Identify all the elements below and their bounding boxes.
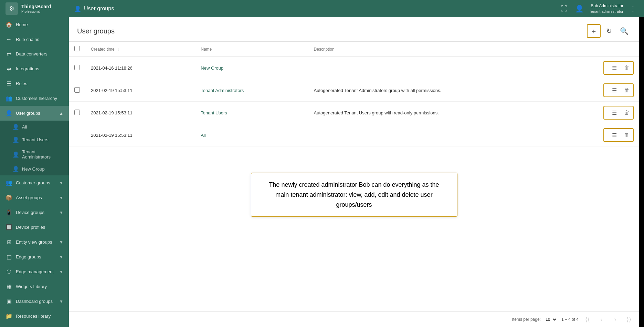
- sidebar-sub-item-tenant-administrators[interactable]: 👤 Tenant Administrators: [0, 146, 69, 163]
- sidebar-item-label: Asset groups: [16, 195, 56, 200]
- sidebar-sub-item-all[interactable]: 👤 All: [0, 121, 69, 133]
- description-header[interactable]: Description: [308, 42, 598, 57]
- sidebar-item-rule-chains[interactable]: ↔ Rule chains: [0, 32, 69, 47]
- widgets-library-icon: ▦: [6, 283, 12, 290]
- table-row: 2021-02-19 15:53:11 Tenant Administrator…: [69, 79, 639, 102]
- manage-users-button[interactable]: ☰: [609, 130, 620, 141]
- all-icon: 👤: [12, 124, 19, 130]
- sidebar-item-home[interactable]: 🏠 Home: [0, 17, 69, 32]
- manage-users-button[interactable]: ☰: [609, 62, 620, 73]
- description-label: Description: [314, 47, 335, 52]
- tenant-admins-icon: 👤: [12, 151, 19, 158]
- row-created-time: 2021-02-19 15:53:11: [85, 124, 195, 146]
- manage-users-button[interactable]: ☰: [609, 85, 620, 96]
- items-per-page-select[interactable]: 10 25 50: [543, 316, 557, 323]
- created-time-header[interactable]: Created time ↓: [85, 42, 195, 57]
- row-name-link[interactable]: Tenant Administrators: [201, 88, 244, 93]
- first-page-button[interactable]: ⟨⟨: [583, 315, 592, 324]
- user-avatar-button[interactable]: 👤: [574, 3, 585, 14]
- prev-page-button[interactable]: ‹: [597, 315, 606, 324]
- sidebar-item-label: Home: [16, 22, 63, 27]
- sidebar-item-resources-library[interactable]: 📁 Resources library: [0, 309, 69, 324]
- rule-chains-icon: ↔: [6, 36, 12, 42]
- sidebar-item-edge-groups[interactable]: ◫ Edge groups ▼: [0, 249, 69, 264]
- sidebar-item-label: Roles: [16, 81, 63, 86]
- sidebar-item-user-groups[interactable]: 👤 User groups ▲: [0, 106, 69, 121]
- sidebar-sub-item-tenant-users[interactable]: 👤 Tenant Users: [0, 133, 69, 146]
- sidebar-sub-item-label: All: [22, 124, 27, 130]
- sidebar-item-edge-management[interactable]: ⬡ Edge management ▼: [0, 264, 69, 279]
- select-all-header: [69, 42, 85, 57]
- row-actions: ☰ 🗑: [603, 128, 634, 142]
- chevron-down-icon: ▼: [59, 240, 63, 245]
- table-row: 2021-02-19 15:53:11 All ☰ 🗑: [69, 124, 639, 146]
- sort-icon: ↓: [117, 47, 119, 52]
- add-user-group-button[interactable]: ＋: [587, 24, 601, 38]
- manage-users-button[interactable]: ☰: [609, 107, 620, 118]
- sidebar-item-device-groups[interactable]: 📱 Device groups ▼: [0, 205, 69, 220]
- delete-group-button[interactable]: 🗑: [621, 62, 632, 73]
- sidebar-item-label: Dashboard groups: [16, 299, 56, 304]
- row-checkbox-2[interactable]: [74, 110, 80, 115]
- entity-view-icon: ⊞: [6, 239, 12, 245]
- row-description: [308, 124, 598, 146]
- row-actions: ☰ 🗑: [603, 61, 634, 75]
- row-name-link[interactable]: New Group: [201, 65, 223, 71]
- delete-group-button[interactable]: 🗑: [621, 130, 632, 141]
- name-header[interactable]: Name: [195, 42, 308, 57]
- sidebar-item-scheduler[interactable]: 📅 Scheduler: [0, 324, 69, 327]
- sidebar-item-asset-groups[interactable]: 📦 Asset groups ▼: [0, 190, 69, 205]
- items-per-page-label: Items per page:: [512, 317, 541, 322]
- new-group-icon: 👤: [12, 166, 19, 172]
- delete-group-button[interactable]: 🗑: [621, 85, 632, 96]
- row-created-time: 2021-04-16 11:18:26: [85, 57, 195, 79]
- sidebar-item-label: Resources library: [16, 314, 63, 319]
- row-name-link[interactable]: All: [201, 133, 205, 138]
- customer-groups-icon: 👥: [6, 180, 12, 186]
- sidebar-item-data-converters[interactable]: ⇄ Data converters: [0, 47, 69, 61]
- sidebar-item-widgets-library[interactable]: ▦ Widgets Library: [0, 279, 69, 294]
- row-description: Autogenerated Tenant Users group with re…: [308, 102, 598, 124]
- sidebar-item-customer-groups[interactable]: 👥 Customer groups ▼: [0, 175, 69, 190]
- sidebar-item-device-profiles[interactable]: 🔲 Device profiles: [0, 220, 69, 235]
- user-name: Bob Administrator: [589, 3, 623, 9]
- row-description: [308, 57, 598, 79]
- search-button[interactable]: 🔍: [617, 24, 631, 38]
- select-all-checkbox[interactable]: [74, 46, 80, 51]
- header-page-title-text: User groups: [84, 6, 114, 12]
- table-header-row: Created time ↓ Name Description: [69, 42, 639, 57]
- last-page-button[interactable]: ⟩⟩: [624, 315, 634, 324]
- sidebar-item-entity-view-groups[interactable]: ⊞ Entity view groups ▼: [0, 235, 69, 249]
- row-checkbox-1[interactable]: [74, 87, 80, 93]
- sidebar-item-roles[interactable]: ☰ Roles: [0, 76, 69, 91]
- sidebar-item-label: Edge management: [16, 269, 56, 274]
- created-time-label: Created time: [91, 47, 115, 52]
- sidebar-item-label: Device profiles: [16, 225, 63, 230]
- sidebar-item-label: User groups: [16, 111, 56, 116]
- sidebar-item-label: Rule chains: [16, 37, 63, 42]
- main-layout: 🏠 Home ↔ Rule chains ⇄ Data converters ⇌…: [0, 17, 644, 327]
- row-actions-cell: ☰ 🗑: [598, 57, 639, 79]
- refresh-button[interactable]: ↻: [602, 24, 616, 38]
- row-name-link[interactable]: Tenant Users: [201, 110, 227, 115]
- chevron-down-icon: ▼: [59, 269, 63, 274]
- sidebar-sub-item-new-group[interactable]: 👤 New Group: [0, 163, 69, 175]
- delete-group-button[interactable]: 🗑: [621, 107, 632, 118]
- next-page-button[interactable]: ›: [610, 315, 620, 324]
- chevron-down-icon: ▼: [59, 181, 63, 185]
- header-page-icon: 👤: [74, 6, 81, 12]
- sidebar: 🏠 Home ↔ Rule chains ⇄ Data converters ⇌…: [0, 17, 69, 327]
- tenant-users-icon: 👤: [12, 136, 19, 143]
- row-name: New Group: [195, 57, 308, 79]
- row-name: Tenant Administrators: [195, 79, 308, 102]
- sidebar-item-dashboard-groups[interactable]: ▣ Dashboard groups ▼: [0, 294, 69, 309]
- integrations-icon: ⇌: [6, 65, 12, 72]
- row-checkbox-0[interactable]: [74, 65, 80, 70]
- more-menu-button[interactable]: ⋮: [627, 3, 638, 14]
- panel-header: User groups ＋ ↻ 🔍: [69, 17, 639, 42]
- sidebar-item-integrations[interactable]: ⇌ Integrations: [0, 61, 69, 76]
- panel-actions: ＋ ↻ 🔍: [587, 24, 631, 38]
- logo-text: ThingsBoard Professional: [21, 4, 51, 13]
- sidebar-item-customers-hierarchy[interactable]: 👥 Customers hierarchy: [0, 91, 69, 106]
- fullscreen-button[interactable]: ⛶: [559, 3, 570, 14]
